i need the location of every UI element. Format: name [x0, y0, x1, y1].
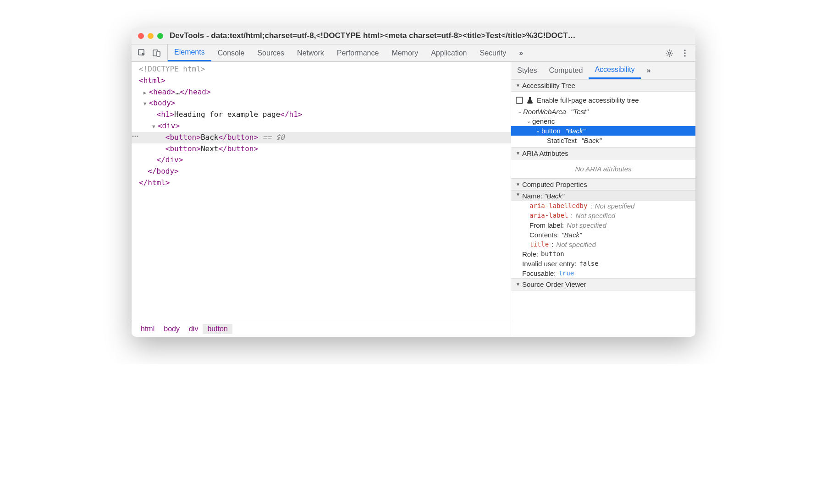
dom-body-close[interactable]: </body> [132, 166, 511, 177]
crumb-button[interactable]: button [203, 324, 232, 334]
sidebar-tab-computed[interactable]: Computed [543, 62, 589, 79]
disclosure-triangle-icon: ▼ [516, 83, 520, 88]
devtools-window: DevTools - data:text/html;charset=utf-8,… [132, 27, 695, 337]
section-title: ARIA Attributes [522, 149, 568, 157]
a11y-tree-root[interactable]: ⌄ RootWebArea "Test" [511, 107, 695, 116]
window-title: DevTools - data:text/html;charset=utf-8,… [170, 31, 575, 40]
svg-point-3 [668, 52, 671, 54]
minimize-window-button[interactable] [148, 33, 154, 39]
titlebar: DevTools - data:text/html;charset=utf-8,… [132, 27, 695, 44]
a11y-tree-generic[interactable]: ⌄ generic [511, 116, 695, 126]
aria-empty-message: No ARIA attributes [511, 159, 695, 178]
main-area: <!DOCTYPE html> <html> ▶<head>…</head> ▼… [132, 62, 695, 337]
section-accessibility-tree[interactable]: ▼ Accessibility Tree [511, 79, 695, 92]
computed-name-value: "Back" [544, 192, 564, 200]
dom-div-open[interactable]: ▼<div> [132, 121, 511, 132]
sidebar-panel: Styles Computed Accessibility » ▼ Access… [511, 62, 695, 337]
elements-panel: <!DOCTYPE html> <html> ▶<head>…</head> ▼… [132, 62, 511, 337]
svg-point-5 [684, 52, 685, 54]
device-toggle-icon[interactable] [153, 49, 161, 57]
section-title: Source Order Viewer [522, 280, 586, 288]
svg-point-4 [684, 49, 685, 51]
tab-memory[interactable]: Memory [385, 44, 425, 61]
settings-icon[interactable] [665, 49, 673, 57]
dom-h1[interactable]: <h1>Heading for example page</h1> [132, 109, 511, 121]
disclosure-triangle-icon: ▼ [516, 282, 520, 287]
main-toolbar: Elements Console Sources Network Perform… [132, 44, 695, 62]
tab-console[interactable]: Console [211, 44, 251, 61]
crumb-div[interactable]: div [184, 324, 203, 334]
section-aria-attributes[interactable]: ▼ ARIA Attributes [511, 147, 695, 159]
maximize-window-button[interactable] [157, 33, 163, 39]
enable-fullpage-checkbox[interactable] [516, 97, 523, 104]
traffic-lights [138, 33, 163, 39]
dom-doctype[interactable]: <!DOCTYPE html> [132, 64, 511, 75]
prop-invalid-user-entry: Invalid user entry: false [511, 259, 695, 268]
dom-html-open[interactable]: <html> [132, 75, 511, 87]
breadcrumb: html body div button [132, 321, 511, 337]
prop-aria-label: aria-label: Not specified [511, 211, 695, 220]
prop-contents: Contents: "Back" [511, 230, 695, 240]
prop-focusable: Focusable: true [511, 268, 695, 278]
disclosure-triangle-icon: ▼ [516, 182, 520, 187]
tab-application[interactable]: Application [425, 44, 473, 61]
inspect-element-icon[interactable] [138, 49, 146, 57]
tab-network[interactable]: Network [291, 44, 331, 61]
disclosure-triangle-icon: ▼ [516, 151, 520, 156]
dom-button-next[interactable]: <button>Next</button> [132, 143, 511, 155]
section-computed-properties[interactable]: ▼ Computed Properties [511, 178, 695, 191]
a11y-tree-button[interactable]: ⌄ button "Back" [511, 126, 695, 136]
sidebar-body: ▼ Accessibility Tree Enable full-page ac… [511, 79, 695, 337]
flask-icon [527, 97, 533, 104]
svg-point-6 [684, 55, 685, 56]
section-source-order-viewer[interactable]: ▼ Source Order Viewer [511, 278, 695, 290]
crumb-html[interactable]: html [136, 324, 159, 334]
panel-tabs: Elements Console Sources Network Perform… [168, 44, 659, 61]
dom-tree[interactable]: <!DOCTYPE html> <html> ▶<head>…</head> ▼… [132, 62, 511, 321]
sidebar-tab-styles[interactable]: Styles [511, 62, 543, 79]
close-window-button[interactable] [138, 33, 144, 39]
dom-div-close[interactable]: </div> [132, 154, 511, 166]
computed-name-label: Name: [522, 192, 542, 200]
enable-fullpage-label: Enable full-page accessibility tree [537, 96, 639, 104]
sidebar-tabs-overflow-icon[interactable]: » [641, 62, 657, 79]
disclosure-triangle-icon: ▼ [516, 192, 520, 200]
section-title: Computed Properties [522, 181, 587, 188]
dom-button-back[interactable]: <button>Back</button> == $0 [132, 132, 511, 143]
prop-from-label: From label: Not specified [511, 220, 695, 230]
tabs-overflow-icon[interactable]: » [513, 44, 529, 61]
computed-name-row[interactable]: ▼ Name: "Back" [511, 191, 695, 201]
prop-role: Role: button [511, 249, 695, 259]
tab-performance[interactable]: Performance [331, 44, 386, 61]
tab-elements[interactable]: Elements [168, 44, 211, 61]
prop-aria-labelledby: aria-labelledby: Not specified [511, 201, 695, 211]
dom-head[interactable]: ▶<head>…</head> [132, 87, 511, 98]
prop-title: title: Not specified [511, 240, 695, 249]
sidebar-tab-accessibility[interactable]: Accessibility [589, 62, 640, 79]
tab-security[interactable]: Security [473, 44, 513, 61]
enable-fullpage-tree-row[interactable]: Enable full-page accessibility tree [511, 93, 695, 107]
dom-body-open[interactable]: ▼<body> [132, 98, 511, 109]
dom-html-close[interactable]: </html> [132, 177, 511, 189]
section-title: Accessibility Tree [522, 82, 575, 89]
a11y-tree-statictext[interactable]: StaticText "Back" [511, 136, 695, 145]
more-menu-icon[interactable] [681, 49, 689, 57]
svg-rect-2 [157, 51, 160, 56]
sidebar-tabs: Styles Computed Accessibility » [511, 62, 695, 79]
tab-sources[interactable]: Sources [251, 44, 291, 61]
crumb-body[interactable]: body [159, 324, 184, 334]
